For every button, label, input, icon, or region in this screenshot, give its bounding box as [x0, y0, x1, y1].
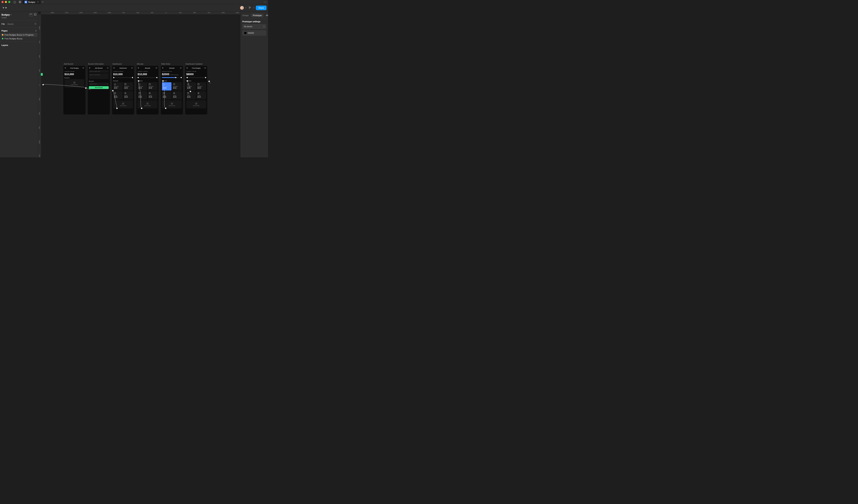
available-label: Available to Allocate	[113, 71, 133, 72]
connector-node[interactable]	[112, 90, 114, 92]
titlebar-nav-icons	[12, 0, 23, 4]
connector-node[interactable]	[138, 80, 140, 82]
window-minimize-button[interactable]	[5, 1, 7, 3]
globe-button[interactable]	[17, 0, 23, 4]
buckets-label: Buckets	[113, 80, 133, 81]
bucket-card-value: $0.00	[197, 96, 205, 98]
eye-icon	[197, 92, 205, 94]
connector-node[interactable]	[187, 80, 188, 82]
titlebar-menu-button[interactable]: ⋯	[264, 0, 267, 4]
briefcase-icon	[197, 83, 205, 85]
horizontal-ruler: -2000-1750-1500-1250-1000-750-500-250025…	[41, 12, 240, 14]
window-close-button[interactable]	[1, 1, 3, 3]
ruler-tick: -750	[38, 41, 40, 44]
bucket-card-value: $0.00	[163, 96, 171, 98]
bucket-card-value: $0.00	[139, 96, 146, 98]
frame-label[interactable]: Dashboard	[112, 63, 134, 65]
bucket-card-name: Personal	[114, 86, 122, 87]
frame-label[interactable]: Add Bucket	[63, 63, 85, 65]
plus-icon: +	[73, 81, 76, 84]
connector-node[interactable]	[85, 87, 86, 89]
connector-node[interactable]	[141, 108, 142, 109]
pages-label: Pages	[1, 30, 7, 32]
frame-label[interactable]: Dashboard Updated	[185, 63, 207, 65]
connector-node[interactable]	[165, 108, 166, 109]
project-location[interactable]: Drafts	[1, 17, 36, 19]
doc-icon	[114, 92, 122, 94]
annotations-toggle-button[interactable]: A?	[29, 13, 33, 16]
add-bucket-card: + Add a bucket	[64, 79, 84, 87]
bucket-card-value: $0.00	[125, 87, 132, 88]
project-name[interactable]: Budgey	[1, 14, 10, 16]
allocate-slider	[113, 77, 133, 78]
connector-node[interactable]	[42, 84, 44, 85]
connector-node[interactable]	[208, 81, 210, 82]
zoom-control[interactable]: 48% ▾	[266, 14, 268, 17]
ruler-tick: 500	[193, 12, 196, 14]
window-titlebar: ▦ Budgey ✕ + ⋯	[0, 0, 268, 4]
eye-icon	[173, 92, 181, 94]
frame-label[interactable]: Allocate	[137, 63, 159, 65]
bucket-card: Taxes $0.00	[162, 91, 172, 99]
frame[interactable]: Free Budgey Available to Allocate $8000 …	[185, 66, 207, 114]
frame-header-title: Add Bucket	[95, 67, 103, 69]
frame-label[interactable]: Slide finish	[161, 63, 183, 65]
search-button[interactable]	[34, 23, 36, 25]
back-icon	[89, 67, 91, 69]
frame[interactable]: Allocate Allocate to Personal $2000 / 8,…	[161, 66, 183, 114]
available-label: Allocate to Personal	[162, 71, 182, 72]
add-page-button[interactable]: +	[35, 30, 36, 32]
left-panel-tabs: File Assets	[0, 22, 38, 26]
frame[interactable]: Dashboard Available to Allocate $10,000 …	[112, 66, 134, 114]
home-button[interactable]	[12, 0, 17, 4]
connector-node[interactable]	[190, 91, 191, 92]
frame[interactable]: Allocate Available to Allocate $10,000 B…	[137, 66, 159, 114]
save-bucket-button: Save Bucket	[89, 86, 109, 89]
window-maximize-button[interactable]	[8, 1, 10, 3]
bucket-card-value: $0.00	[187, 96, 195, 98]
canvas-viewport[interactable]: Add Bucket Free Budgey Available to Allo…	[41, 14, 240, 157]
move-tool[interactable]: ▾	[1, 5, 7, 10]
svg-line-5	[36, 24, 36, 25]
chevron-down-icon[interactable]: ▾	[253, 7, 254, 9]
buckets-label: Buckets	[64, 77, 84, 79]
panels-toggle-button[interactable]	[34, 13, 36, 16]
ruler-tick: 250	[179, 12, 181, 14]
frame-label[interactable]: Bucket Information	[88, 63, 110, 65]
frame-header-title: Free Budgey	[192, 67, 201, 69]
connector-node[interactable]	[116, 108, 118, 109]
document-tab[interactable]: ▦ Budgey ✕	[23, 0, 41, 4]
svg-rect-25	[173, 84, 175, 85]
bucket-card-name: Invest	[149, 95, 157, 96]
allocate-slider	[186, 77, 206, 78]
user-avatar[interactable]	[240, 6, 244, 10]
add-bucket-text: Add a bucket	[169, 105, 175, 106]
close-tab-button[interactable]: ✕	[37, 1, 39, 3]
bucket-card: Personal $2000	[162, 82, 172, 91]
assets-tab[interactable]: Assets	[7, 23, 14, 25]
briefcase-icon	[125, 83, 132, 85]
canvas[interactable]: -2000-1750-1500-1250-1000-750-500-250025…	[38, 12, 240, 157]
device-select[interactable]: No device ▾	[242, 24, 266, 29]
file-tab[interactable]: File	[1, 23, 5, 25]
frame[interactable]: Add Bucket Enter a bucket name Enter in …	[88, 66, 110, 114]
new-tab-button[interactable]: +	[41, 0, 45, 4]
svg-point-4	[35, 23, 36, 25]
prototype-tab[interactable]: Prototype	[251, 14, 264, 17]
present-button[interactable]	[248, 5, 252, 10]
share-button[interactable]: Share	[256, 6, 267, 10]
frame[interactable]: Free Budgey Available to Allocate $10,00…	[63, 66, 85, 114]
project-header: Budgey ▾ A? Drafts	[0, 12, 38, 19]
design-tab[interactable]: Design	[242, 14, 249, 17]
connector-node[interactable]	[162, 80, 164, 82]
page-item[interactable]: Free Budgey Buzzy	[0, 37, 38, 40]
background-color-field[interactable]: 000000	[242, 30, 266, 36]
menu-icon	[107, 67, 109, 69]
ruler-tick: 250	[38, 98, 40, 100]
back-icon	[138, 67, 140, 69]
bucket-name-input: Enter a bucket name	[89, 70, 109, 73]
allocate-slider	[138, 77, 157, 78]
chevron-down-icon[interactable]: ▾	[245, 7, 246, 9]
page-item[interactable]: Free Budgey Buzzy In Progress	[1, 33, 37, 37]
chevron-down-icon[interactable]: ▾	[11, 14, 12, 16]
